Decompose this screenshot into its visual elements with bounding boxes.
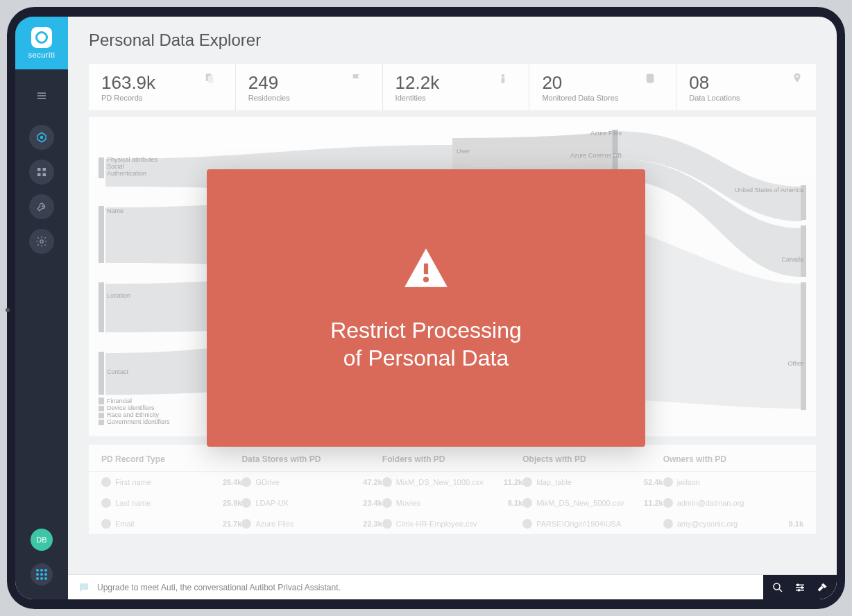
svg-rect-15 — [99, 173, 104, 178]
sankey-label: United States of America — [735, 187, 803, 194]
sankey-label: Contact — [107, 368, 128, 375]
gear-icon — [35, 235, 48, 248]
stat-label: Residencies — [248, 94, 363, 102]
svg-rect-32 — [424, 264, 428, 274]
user-avatar[interactable]: DB — [31, 529, 53, 551]
datastore-icon — [241, 498, 251, 508]
folder-icon — [382, 498, 392, 508]
flag-icon — [350, 72, 363, 87]
sankey-label: Financial — [107, 397, 132, 404]
brand-logo[interactable]: securiti — [15, 17, 68, 69]
svg-point-33 — [423, 277, 429, 282]
svg-rect-16 — [99, 206, 104, 263]
svg-point-31 — [798, 589, 800, 591]
stat-value: 12.2k — [395, 72, 510, 94]
stat-locations[interactable]: 08 Data Locations — [676, 64, 816, 110]
nav-settings[interactable] — [29, 229, 54, 254]
object-icon — [522, 519, 532, 529]
sankey-label: Name — [107, 207, 123, 214]
restrict-processing-modal[interactable]: Restrict Processing of Personal Data — [207, 169, 645, 447]
wrench-icon — [35, 200, 48, 213]
svg-rect-20 — [99, 406, 104, 411]
svg-rect-8 — [208, 76, 214, 83]
search-icon[interactable] — [772, 581, 784, 594]
sankey-label: Government identifiers — [107, 418, 170, 425]
data-table: PD Record Type Data Stores with PD Folde… — [89, 445, 816, 534]
svg-point-6 — [40, 240, 44, 243]
sankey-label: Authentication — [107, 170, 146, 177]
stat-residencies[interactable]: 249 Residencies — [235, 64, 375, 110]
svg-point-28 — [774, 583, 780, 590]
stat-identities[interactable]: 12.2k Identities — [382, 64, 522, 110]
record-icon — [101, 498, 111, 508]
stat-label: Monitored Data Stores — [542, 94, 656, 102]
sankey-label: Azure Cosmos DB — [570, 152, 622, 159]
sankey-label: Canada — [781, 256, 803, 263]
svg-point-29 — [797, 583, 799, 585]
svg-point-30 — [801, 586, 803, 588]
stat-label: Data Locations — [689, 94, 803, 102]
nav-tools[interactable] — [29, 194, 54, 219]
chat-icon[interactable] — [78, 581, 90, 594]
sankey-label: Social — [107, 163, 124, 170]
datastore-icon — [241, 519, 251, 529]
folder-icon — [382, 519, 392, 529]
object-icon — [522, 477, 532, 487]
grid-icon — [35, 166, 48, 178]
stat-row: 163.9k PD Records 249 Residencies 12.2k — [89, 64, 816, 110]
table-header[interactable]: Folders with PD — [382, 454, 522, 464]
pin-icon — [791, 72, 803, 87]
hamburger-icon — [35, 89, 48, 102]
warning-icon — [400, 244, 452, 296]
svg-rect-4 — [37, 173, 41, 177]
sliders-icon[interactable] — [794, 581, 806, 594]
hexagon-icon — [35, 131, 48, 144]
object-icon — [522, 498, 532, 508]
stat-value: 08 — [689, 72, 803, 94]
svg-rect-10 — [502, 78, 505, 83]
stat-value: 20 — [542, 72, 656, 94]
sankey-label: User — [457, 148, 470, 155]
apps-button[interactable] — [31, 563, 53, 585]
record-icon — [101, 477, 111, 487]
table-header[interactable]: Owners with PD — [663, 454, 803, 464]
table-row[interactable]: First name26.4k GDrive47.2k MixM_DS_New_… — [89, 472, 816, 493]
svg-rect-17 — [99, 282, 104, 332]
footer-message: Upgrade to meet Auti, the conversational… — [97, 583, 756, 592]
svg-rect-21 — [99, 413, 104, 418]
svg-point-9 — [502, 74, 505, 78]
folder-icon — [382, 477, 392, 487]
stat-datastores[interactable]: 20 Monitored Data Stores — [529, 64, 669, 110]
table-header[interactable]: Objects with PD — [522, 454, 663, 464]
table-row[interactable]: Email21.7k Azure Files22.3k Citrix-HR-Em… — [89, 513, 816, 534]
stat-label: Identities — [395, 94, 510, 102]
table-header[interactable]: PD Record Type — [101, 454, 241, 464]
nav-dashboard[interactable] — [29, 160, 54, 185]
person-icon — [497, 72, 509, 87]
svg-rect-18 — [99, 352, 104, 395]
sankey-label: Race and Ethnicity — [107, 411, 159, 418]
nav-explorer[interactable] — [29, 125, 54, 150]
svg-rect-19 — [99, 397, 104, 404]
svg-point-1 — [40, 136, 44, 139]
owner-icon — [663, 498, 673, 508]
table-header[interactable]: Data Stores with PD — [241, 454, 382, 464]
svg-rect-26 — [801, 225, 806, 277]
logo-icon — [31, 27, 52, 48]
sankey-label: Azure Files — [590, 130, 622, 137]
footer-actions — [763, 575, 837, 600]
svg-rect-2 — [37, 168, 41, 171]
hammer-icon[interactable] — [816, 581, 828, 594]
documents-icon — [203, 72, 216, 87]
svg-rect-27 — [801, 282, 806, 410]
sidebar: securiti — [15, 17, 68, 599]
stat-pd-records[interactable]: 163.9k PD Records — [89, 64, 228, 110]
modal-title: Restrict Processing of Personal Data — [330, 316, 522, 372]
brand-text: securiti — [28, 51, 56, 59]
avatar-initials: DB — [36, 536, 46, 544]
owner-icon — [663, 477, 673, 487]
table-row[interactable]: Last name25.9k LDAP-UK23.4k Movies8.1k M… — [89, 493, 816, 513]
sankey-label: Location — [107, 292, 130, 299]
svg-rect-14 — [99, 167, 104, 173]
menu-toggle-button[interactable] — [29, 83, 54, 108]
